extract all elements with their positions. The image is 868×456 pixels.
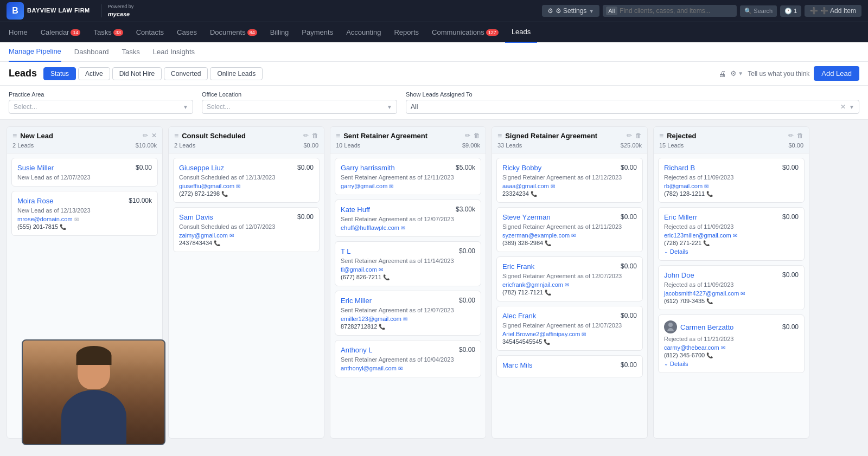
feedback-link[interactable]: Tell us what you think (748, 70, 809, 78)
lead-name-anthony[interactable]: Anthony L (341, 346, 373, 354)
drag-handle-consult[interactable]: ≡ (174, 131, 178, 140)
email-giuseppe[interactable]: giuseffiu@gmail.com ✉ (179, 183, 314, 189)
email-kate[interactable]: ehuff@hufflawplc.com ✉ (341, 224, 475, 231)
clear-assigned-icon[interactable]: ✕ (840, 103, 846, 111)
search-input[interactable] (620, 7, 733, 15)
card-marc-mils[interactable]: Marc Mils $0.00 (496, 355, 643, 377)
nav-leads[interactable]: Leads (505, 22, 537, 43)
card-richard-b[interactable]: Richard B $0.00 Rejected as of 11/09/202… (658, 158, 805, 203)
nav-communications[interactable]: Communications 127 (425, 22, 505, 43)
settings-button[interactable]: ⚙ ⚙ Settings ▼ (542, 5, 600, 17)
lead-name-ricky[interactable]: Ricky Bobby (502, 164, 541, 172)
assigned-to-select[interactable]: All ✕ ▼ (406, 100, 859, 114)
subnav-tasks[interactable]: Tasks (122, 48, 139, 56)
filter-tab-converted[interactable]: Converted (164, 67, 208, 80)
drag-handle-signed[interactable]: ≡ (497, 131, 502, 140)
email-alec[interactable]: Ariel.Browne2@affinipay.com ✉ (502, 331, 637, 337)
card-carmen-berzatto[interactable]: Carmen Berzatto $0.00 Rejected as of 11/… (658, 314, 805, 373)
lead-name-eric-millerr[interactable]: Eric Millerr (664, 213, 697, 221)
edit-col-new-lead[interactable]: ✏ (143, 132, 148, 139)
nav-accounting[interactable]: Accounting (340, 22, 387, 43)
lead-name-kate[interactable]: Kate Huff (341, 205, 370, 214)
email-sam[interactable]: zaimy@gmail.com ✉ (179, 232, 314, 239)
nav-cases[interactable]: Cases (170, 22, 203, 43)
subnav-lead-insights[interactable]: Lead Insights (153, 48, 195, 56)
card-garry[interactable]: Garry harrissmith $5.00k Sent Retainer A… (335, 158, 481, 195)
lead-name-tl[interactable]: T L (341, 247, 351, 255)
delete-col-new-lead[interactable]: ✕ (151, 132, 157, 139)
drag-handle-rejected[interactable]: ≡ (659, 131, 663, 140)
drag-handle-new-lead[interactable]: ≡ (12, 131, 17, 140)
edit-col-rejected[interactable]: ✏ (788, 132, 794, 139)
email-anthony[interactable]: anthonyl@gmail.com ✉ (341, 365, 475, 371)
details-toggle-eric-millerr[interactable]: ⌄ Details (664, 248, 799, 255)
filter-tab-did-not-hire[interactable]: Did Not Hire (112, 67, 162, 80)
card-tl[interactable]: T L $0.00 Sent Retainer Agreement as of … (335, 241, 481, 286)
email-john[interactable]: jacobsmith4227@gmail.com ✉ (664, 290, 799, 297)
email-steve[interactable]: syzerman@example.com ✉ (502, 232, 637, 239)
lead-name-garry[interactable]: Garry harrissmith (341, 164, 395, 172)
subnav-dashboard[interactable]: Dashboard (74, 48, 109, 56)
lead-name-steve[interactable]: Steve Yzerman (502, 213, 551, 221)
card-eric-millerr[interactable]: Eric Millerr $0.00 Rejected as of 11/09/… (658, 207, 805, 261)
lead-name-alec[interactable]: Alec Frank (502, 312, 536, 320)
filter-tab-active[interactable]: Active (78, 67, 110, 80)
card-john-doe[interactable]: John Doe $0.00 Rejected as of 11/09/2023… (658, 265, 805, 310)
edit-col-consult[interactable]: ✏ (303, 132, 309, 139)
delete-col-rejected[interactable]: 🗑 (797, 132, 803, 139)
practice-area-select[interactable]: Select... ▼ (9, 100, 193, 114)
lead-name-sam[interactable]: Sam Davis (179, 213, 213, 221)
office-location-select[interactable]: Select... ▼ (202, 100, 397, 114)
add-lead-button[interactable]: Add Lead (814, 66, 859, 81)
card-sam-davis[interactable]: Sam Davis $0.00 Consult Scheduled as of … (173, 207, 320, 252)
lead-name-giuseppe[interactable]: Giuseppe Liuz (179, 164, 224, 172)
edit-col-sent[interactable]: ✏ (465, 132, 470, 139)
email-eric-frank[interactable]: ericfrank@gmnjail.com ✉ (502, 281, 637, 288)
nav-contacts[interactable]: Contacts (130, 22, 170, 43)
nav-tasks[interactable]: Tasks 33 (87, 22, 129, 43)
print-button[interactable]: 🖨 (718, 69, 726, 78)
card-moira-rose[interactable]: Moira Rose $10.00k New Lead as of 12/13/… (11, 191, 158, 236)
nav-documents[interactable]: Documents 84 (203, 22, 264, 43)
card-kate-huff[interactable]: Kate Huff $3.00k Sent Retainer Agreement… (335, 200, 481, 237)
card-susie-miller[interactable]: Susie Miller $0.00 New Lead as of 12/07/… (11, 158, 158, 187)
filter-tab-online-leads[interactable]: Online Leads (210, 67, 263, 80)
email-eric-millerr[interactable]: eric123miller@gmail.com ✉ (664, 232, 799, 239)
delete-col-sent[interactable]: 🗑 (474, 132, 480, 139)
edit-col-signed[interactable]: ✏ (627, 132, 632, 139)
lead-name-carmen[interactable]: Carmen Berzatto (680, 323, 733, 331)
email-garry[interactable]: garry@gmail.com ✉ (341, 183, 475, 189)
notifications-button[interactable]: 🕐 1 (780, 5, 801, 17)
nav-calendar[interactable]: Calendar 14 (34, 22, 87, 43)
filter-tab-status[interactable]: Status (43, 67, 76, 80)
lead-name-moira[interactable]: Moira Rose (17, 197, 53, 205)
email-moira[interactable]: mrose@domain.com ✉ (17, 216, 152, 222)
delete-col-signed[interactable]: 🗑 (635, 132, 642, 139)
email-carmen[interactable]: carmy@thebear.com ✉ (664, 344, 799, 351)
subnav-manage-pipeline[interactable]: Manage Pipeline (9, 42, 61, 62)
email-ricky[interactable]: aaaa@gmail.com ✉ (502, 183, 637, 189)
card-alec-frank[interactable]: Alec Frank $0.00 Signed Retainer Agreeme… (496, 306, 643, 351)
card-giuseppe[interactable]: Giuseppe Liuz $0.00 Consult Scheduled as… (173, 158, 320, 203)
lead-name-marc[interactable]: Marc Mils (502, 361, 533, 369)
nav-reports[interactable]: Reports (387, 22, 425, 43)
card-ricky-bobby[interactable]: Ricky Bobby $0.00 Signed Retainer Agreem… (496, 158, 643, 203)
nav-payments[interactable]: Payments (295, 22, 340, 43)
email-richard[interactable]: rb@gmail.com ✉ (664, 183, 799, 189)
delete-col-consult[interactable]: 🗑 (312, 132, 318, 139)
add-item-button[interactable]: ➕ ➕ Add Item (805, 5, 861, 17)
nav-billing[interactable]: Billing (264, 22, 296, 43)
details-toggle-carmen[interactable]: ⌄ Details (664, 361, 799, 367)
card-eric-miller[interactable]: Eric Miller $0.00 Sent Retainer Agreemen… (335, 291, 481, 336)
drag-handle-sent[interactable]: ≡ (336, 131, 340, 140)
lead-name-eric-frank[interactable]: Eric Frank (502, 262, 534, 271)
lead-name-john[interactable]: John Doe (664, 271, 694, 279)
search-button[interactable]: 🔍 🔍 Search Search (740, 5, 777, 17)
card-eric-frank[interactable]: Eric Frank $0.00 Signed Retainer Agreeme… (496, 256, 643, 301)
lead-name-eric-miller[interactable]: Eric Miller (341, 297, 372, 305)
settings-gear-button[interactable]: ⚙▼ (730, 69, 743, 78)
search-scope-dropdown[interactable]: All (606, 7, 617, 15)
card-anthony-l[interactable]: Anthony L $0.00 Sent Retainer Agreement … (335, 340, 481, 377)
card-steve-yzerman[interactable]: Steve Yzerman $0.00 Signed Retainer Agre… (496, 207, 643, 252)
email-eric-miller[interactable]: emiller123@gmail.com ✉ (341, 316, 475, 322)
